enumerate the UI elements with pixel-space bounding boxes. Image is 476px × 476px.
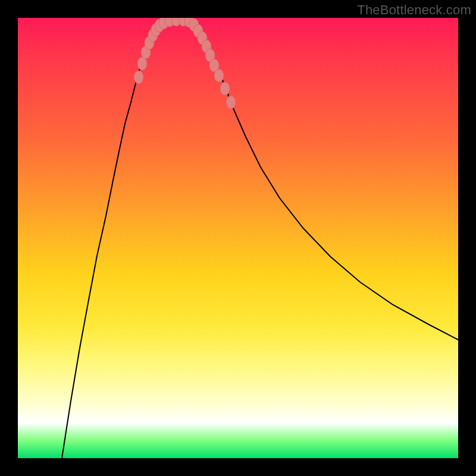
bead-cluster <box>134 18 236 109</box>
svg-point-19 <box>220 82 230 95</box>
plot-area <box>18 18 458 458</box>
svg-point-20 <box>226 96 236 109</box>
chart-svg <box>18 18 458 458</box>
watermark-text: TheBottleneck.com <box>357 2 471 18</box>
outer-frame: TheBottleneck.com <box>0 0 476 476</box>
svg-point-18 <box>214 69 224 82</box>
svg-point-0 <box>134 71 143 84</box>
bottleneck-curve <box>62 19 458 458</box>
